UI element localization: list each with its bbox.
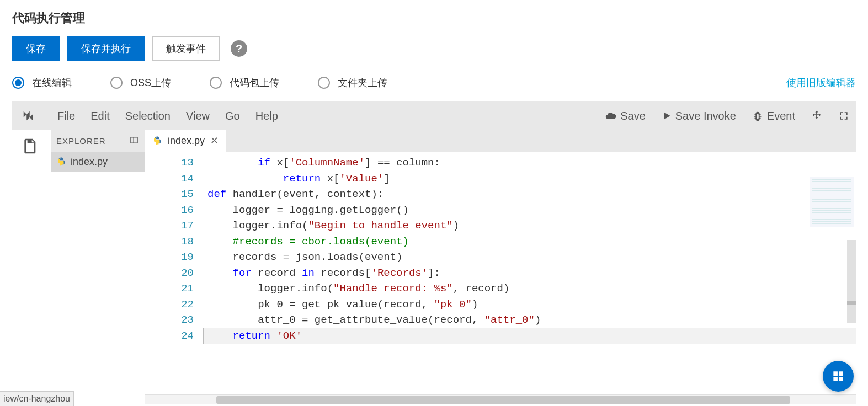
ide-save-invoke-button[interactable]: Save Invoke xyxy=(661,110,736,122)
panel-toggle-icon[interactable] xyxy=(129,135,139,147)
scrollbar-thumb[interactable] xyxy=(216,396,790,404)
tabbar: index.py ✕ xyxy=(145,130,856,152)
python-file-icon xyxy=(152,136,162,146)
code-editor[interactable]: 131415161718192021222324 if x['ColumnNam… xyxy=(145,152,856,394)
radio-label: OSS上传 xyxy=(130,76,171,89)
close-icon[interactable]: ✕ xyxy=(210,135,219,147)
tab-filename: index.py xyxy=(168,135,205,147)
activity-bar xyxy=(12,130,51,394)
menu-selection[interactable]: Selection xyxy=(118,110,178,122)
radio-icon xyxy=(210,77,222,89)
radio-oss-upload[interactable]: OSS上传 xyxy=(110,76,171,89)
radio-label: 文件夹上传 xyxy=(338,76,387,89)
menu-view[interactable]: View xyxy=(178,110,217,122)
explorer-file-item[interactable]: index.py xyxy=(51,152,145,172)
page-title: 代码执行管理 xyxy=(12,0,856,36)
radio-folder-upload[interactable]: 文件夹上传 xyxy=(318,76,387,89)
ide-event-label: Event xyxy=(767,110,795,122)
explorer-panel: EXPLORER index.py xyxy=(51,130,145,394)
ide-menubar: File Edit Selection View Go Help Save Sa… xyxy=(12,102,856,130)
explorer-file-label: index.py xyxy=(71,156,108,168)
radio-icon xyxy=(110,77,123,89)
menu-edit[interactable]: Edit xyxy=(83,110,117,122)
ide-fullscreen-button[interactable] xyxy=(838,110,849,121)
use-legacy-editor-link[interactable]: 使用旧版编辑器 xyxy=(786,76,856,89)
horizontal-scrollbar[interactable] xyxy=(145,394,856,404)
radio-icon xyxy=(12,77,24,89)
save-button[interactable]: 保存 xyxy=(12,36,60,61)
radio-label: 在线编辑 xyxy=(32,76,72,89)
radio-online-edit[interactable]: 在线编辑 xyxy=(12,76,72,89)
help-icon[interactable]: ? xyxy=(231,40,247,57)
status-bar-fragment: iew/cn-hangzhou xyxy=(0,391,74,406)
ide-container: File Edit Selection View Go Help Save Sa… xyxy=(12,101,856,404)
menu-go[interactable]: Go xyxy=(217,110,248,122)
expand-icon xyxy=(838,110,849,121)
grid-icon xyxy=(831,369,845,383)
line-number-gutter: 131415161718192021222324 xyxy=(145,152,203,394)
radio-label: 代码包上传 xyxy=(230,76,279,89)
explorer-header: EXPLORER xyxy=(51,130,145,152)
ide-event-button[interactable]: Event xyxy=(752,110,795,122)
bug-icon xyxy=(752,110,764,122)
vertical-scrollbar[interactable] xyxy=(847,240,856,323)
ide-save-label: Save xyxy=(620,110,646,122)
floating-action-button[interactable] xyxy=(823,361,854,392)
ide-save-invoke-label: Save Invoke xyxy=(675,110,736,122)
radio-icon xyxy=(318,77,330,89)
menu-file[interactable]: File xyxy=(50,110,83,122)
cloud-upload-icon xyxy=(605,110,617,122)
radio-package-upload[interactable]: 代码包上传 xyxy=(210,76,279,89)
python-file-icon xyxy=(56,157,66,167)
play-icon xyxy=(661,110,672,121)
explorer-title: EXPLORER xyxy=(56,136,106,146)
editor-area: index.py ✕ 131415161718192021222324 if x… xyxy=(145,130,856,394)
command-palette-icon[interactable] xyxy=(19,110,38,122)
trigger-event-button[interactable]: 触发事件 xyxy=(152,36,220,61)
ide-move-button[interactable] xyxy=(811,110,823,122)
menu-help[interactable]: Help xyxy=(248,110,286,122)
code-content[interactable]: if x['ColumnName'] == column: return x['… xyxy=(203,152,856,394)
files-icon[interactable] xyxy=(22,137,41,157)
move-icon xyxy=(811,110,823,122)
editor-tab[interactable]: index.py ✕ xyxy=(145,130,226,152)
save-execute-button[interactable]: 保存并执行 xyxy=(67,36,145,61)
ide-save-button[interactable]: Save xyxy=(605,110,646,122)
